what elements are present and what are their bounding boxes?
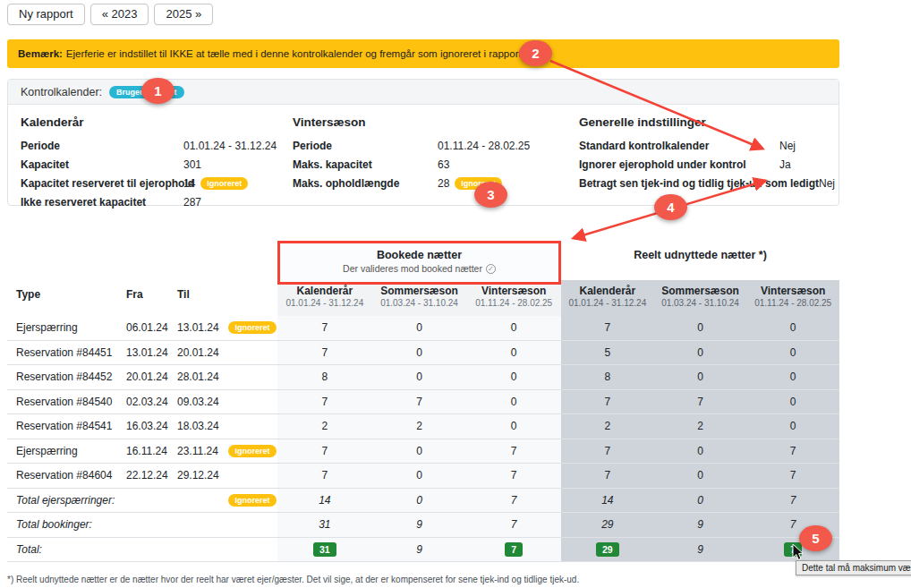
total-value-badge[interactable]: 7 — [784, 542, 802, 557]
column-header-band: Type Fra Til Kalenderår01.01.24 - 31.12.… — [7, 280, 839, 316]
cell-to: 23.11.24 — [170, 439, 222, 464]
panel-body: KalenderårPeriode01.01.24 - 31.12.24Kapa… — [8, 105, 839, 205]
panel-setting-value: Ja — [779, 158, 815, 171]
total-value-badge[interactable]: 7 — [505, 542, 523, 557]
cell-badge — [222, 390, 277, 414]
cell-real-value: 0 — [746, 316, 839, 340]
user-defined-badge: Brugerdefineret — [109, 86, 184, 98]
panel-column: VintersæsonPeriode01.11.24 - 28.02.25Mak… — [293, 114, 579, 194]
booked-values-group: 770 — [277, 390, 561, 414]
panel-setting-value-text: Nej — [819, 177, 835, 190]
toolbar: Ny rapport « 2023 2025 » — [0, 0, 911, 25]
panel-column: KalenderårPeriode01.01.24 - 31.12.24Kapa… — [21, 114, 293, 194]
real-values-group: 220 — [561, 414, 839, 439]
panel-column-title: Kalenderår — [21, 115, 293, 129]
cell-real-value: 2 — [654, 414, 747, 439]
cell-booked-value: 7 — [277, 464, 372, 488]
cell-type: Total: — [7, 538, 119, 562]
table-rows: Ejerspærring06.01.2413.01.24Ignoreret700… — [7, 316, 839, 562]
panel-setting-value: 301 — [183, 158, 201, 171]
cell-badge — [222, 513, 277, 537]
prev-year-button[interactable]: « 2023 — [90, 4, 149, 25]
panel-setting-value-text: Ja — [779, 158, 791, 171]
cell-booked-value: 0 — [372, 439, 467, 464]
cell-booked-value: 7 — [466, 464, 561, 488]
cell-booked-value: 7 — [466, 439, 561, 464]
ignored-badge: Ignoreret — [228, 494, 276, 507]
panel-column-title: Vintersæson — [293, 115, 579, 129]
table-row: Total:31972997 — [7, 538, 839, 563]
panel-setting-label: Maks. kapacitet — [293, 158, 438, 171]
cell-booked-value: 7 — [277, 341, 372, 365]
panel-setting-value-text: 28 — [438, 177, 449, 190]
cell-real-value: 0 — [746, 341, 839, 365]
warning-banner-text: Ejerferie er indstillet til IKKE at tæll… — [66, 48, 536, 59]
cell-booked-value: 7 — [277, 316, 372, 340]
season-name: Sommersæson — [654, 285, 747, 297]
panel-setting-label: Betragt sen tjek-ind og tidlig tjek-ud s… — [579, 177, 819, 190]
cell-real-value: 7 — [561, 464, 654, 488]
panel-setting-row: Ignorer ejerophold under kontrolJa — [579, 155, 815, 174]
cell-badge: Ignoreret — [222, 439, 277, 464]
booked-season-header: Sommersæson01.03.24 - 31.10.24 — [372, 280, 467, 316]
real-values-group: 707 — [561, 439, 839, 464]
control-calendar-panel: Kontrolkalender: Brugerdefineret Kalende… — [7, 79, 839, 206]
cell-real-value: 0 — [654, 341, 747, 365]
ignored-badge: Ignoreret — [228, 445, 276, 457]
cell-booked-value: 0 — [466, 341, 561, 365]
header-til: Til — [170, 280, 222, 316]
panel-column-title: Generelle indstillinger — [579, 115, 815, 129]
total-value-badge[interactable]: 29 — [596, 542, 619, 557]
booked-values-group: 220 — [277, 414, 561, 439]
cell-booked-value: 0 — [372, 316, 467, 340]
ignored-badge: Ignoreret — [455, 177, 502, 190]
cell-booked-value: 0 — [466, 316, 561, 340]
cell-to: 13.01.24 — [170, 316, 222, 340]
season-period: 01.11.24 - 28.02.25 — [466, 298, 561, 308]
cell-badge — [222, 464, 277, 488]
cell-real-value: 7 — [746, 439, 839, 464]
max-value-tooltip: Dette tal må maksimum være 63 — [796, 560, 911, 575]
booked-season-header: Kalenderår01.01.24 - 31.12.24 — [277, 280, 372, 316]
table-row: Total ejerspærringer:Ignoreret14071407 — [7, 489, 839, 514]
cell-from: 16.03.24 — [119, 414, 170, 439]
cell-booked-value: 31 — [277, 538, 372, 562]
panel-title: Kontrolkalender: — [21, 86, 102, 98]
real-season-header: Kalenderår01.01.24 - 31.12.24 — [561, 280, 654, 316]
panel-setting-label: Ikke reserveret kapacitet — [21, 196, 183, 209]
new-report-button[interactable]: Ny rapport — [7, 4, 85, 25]
panel-setting-row: Ikke reserveret kapacitet287 — [21, 192, 293, 211]
cell-to: 20.01.24 — [170, 341, 222, 365]
nights-report-table: Bookede nætter Der valideres mod booked … — [7, 241, 839, 562]
cell-booked-value: 2 — [372, 414, 467, 439]
season-period: 01.03.24 - 31.10.24 — [654, 298, 747, 308]
warning-banner-bold: Bemærk: — [18, 48, 63, 59]
left-column-headers: Type Fra Til — [7, 280, 277, 316]
ignored-badge: Ignoreret — [200, 177, 248, 190]
table-row: Ejerspærring16.11.2423.11.24Ignoreret707… — [7, 439, 839, 464]
table-row: Reservation #8460422.12.2429.12.24707707 — [7, 464, 839, 489]
booked-nights-group-header: Bookede nætter Der valideres mod booked … — [277, 241, 561, 285]
check-circle-icon: ✓ — [486, 264, 496, 274]
cell-real-value: 7 — [746, 538, 839, 562]
cell-real-value: 0 — [654, 439, 747, 464]
cell-real-value: 0 — [746, 414, 839, 439]
next-year-button[interactable]: 2025 » — [154, 4, 213, 25]
booked-values-group: 1407 — [277, 489, 561, 513]
cell-from: 20.01.24 — [119, 365, 170, 389]
season-period: 01.11.24 - 28.02.25 — [746, 298, 839, 308]
season-name: Sommersæson — [372, 285, 467, 297]
panel-setting-label: Maks. opholdlængde — [293, 177, 438, 190]
real-values-group: 2997 — [561, 538, 839, 562]
panel-setting-label: Kapacitet — [21, 158, 183, 171]
cell-to: 09.03.24 — [170, 390, 222, 414]
cell-real-value: 29 — [561, 538, 654, 562]
panel-setting-label: Periode — [21, 140, 183, 152]
cell-to: 18.03.24 — [170, 414, 222, 439]
table-row: Reservation #8445113.01.2420.01.24700500 — [7, 341, 839, 366]
panel-setting-row: Betragt sen tjek-ind og tidlig tjek-ud s… — [579, 174, 815, 192]
panel-setting-value: Nej — [819, 177, 835, 190]
group-header-spacer — [7, 241, 277, 280]
table-row: Reservation #8454002.03.2409.03.24770770 — [7, 390, 839, 415]
total-value-badge[interactable]: 31 — [313, 542, 336, 557]
